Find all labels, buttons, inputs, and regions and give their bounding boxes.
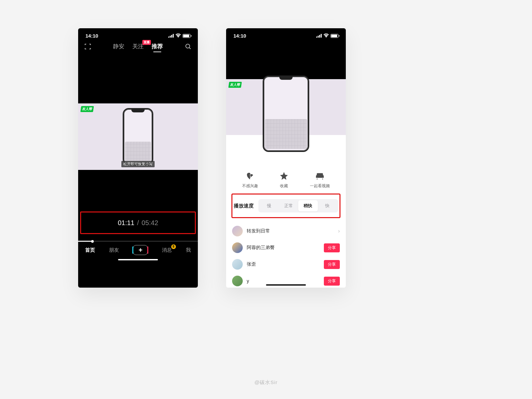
svg-rect-0	[168, 37, 169, 38]
time-separator: /	[137, 219, 139, 227]
watermark: @碳水Sir	[254, 379, 278, 386]
tab-city[interactable]: 静安	[113, 43, 124, 50]
forward-daily-row[interactable]: 转发到日常 ›	[231, 223, 340, 239]
video-frame: 友人帮	[226, 79, 346, 135]
svg-rect-5	[316, 37, 317, 38]
scan-icon[interactable]	[84, 43, 91, 50]
action-sheet: 不感兴趣 收藏 一起看视频 播放速度 慢 正常 稍快 快	[226, 165, 346, 288]
messages-badge: 8	[171, 244, 176, 249]
speed-label: 播放速度	[234, 203, 254, 209]
share-button[interactable]: 分享	[324, 260, 340, 269]
video-thumbnail	[263, 75, 309, 152]
status-bar: 14:10	[226, 28, 346, 41]
share-list: 转发到日常 › 阿蓉的三弟臀 分享 张歪 分享 y 分享	[231, 221, 340, 288]
svg-point-4	[186, 44, 190, 48]
avatar	[232, 276, 243, 286]
live-badge: 直播	[142, 40, 151, 45]
avatar	[232, 226, 243, 236]
share-contact-row: 阿蓉的三弟臀 分享	[231, 239, 340, 256]
wifi-icon	[324, 33, 329, 39]
status-icons	[316, 33, 338, 39]
nav-me[interactable]: 我	[186, 247, 191, 253]
action-dislike[interactable]: 不感兴趣	[242, 171, 258, 189]
speed-slightly-fast[interactable]: 稍快	[298, 200, 318, 211]
speed-segmented: 慢 正常 稍快 快	[258, 199, 338, 212]
sofa-icon	[315, 171, 325, 181]
battery-icon	[331, 34, 338, 38]
playback-time-highlight: 01:11 / 05:42	[80, 211, 196, 234]
action-watch-together[interactable]: 一起看视频	[310, 171, 330, 189]
signal-icon	[168, 33, 174, 39]
star-icon	[279, 171, 289, 181]
action-favorite[interactable]: 收藏	[279, 171, 289, 189]
search-icon[interactable]	[185, 43, 192, 50]
svg-rect-6	[318, 36, 319, 38]
home-indicator[interactable]	[266, 284, 306, 286]
share-contact-row: 张歪 分享	[231, 256, 340, 273]
tab-follow[interactable]: 关注 直播	[132, 43, 144, 50]
clock: 14:10	[85, 33, 98, 39]
battery-icon	[183, 34, 191, 38]
speed-normal[interactable]: 正常	[279, 200, 299, 211]
speed-fast[interactable]: 快	[318, 200, 337, 211]
signal-icon	[316, 33, 322, 39]
home-indicator[interactable]	[118, 259, 158, 260]
wifi-icon	[176, 33, 181, 39]
current-time: 01:11	[118, 219, 134, 227]
svg-rect-7	[319, 35, 320, 38]
speed-slow[interactable]: 慢	[259, 200, 279, 211]
corner-badge: 友人帮	[228, 82, 242, 88]
progress-bar[interactable]	[78, 241, 198, 242]
progress-thumb[interactable]	[91, 240, 94, 243]
nav-home[interactable]: 首页	[85, 247, 95, 253]
status-icons	[168, 33, 191, 39]
clock: 14:10	[233, 33, 246, 39]
bottom-nav: 首页 朋友 + 消息 8 我	[78, 242, 198, 257]
corner-badge: 友人帮	[80, 106, 94, 112]
svg-rect-2	[171, 35, 172, 38]
broken-heart-icon	[245, 171, 255, 181]
chevron-right-icon: ›	[338, 228, 340, 234]
nav-messages[interactable]: 消息 8	[162, 247, 172, 253]
avatar	[232, 259, 243, 270]
video-caption: 松开即可恢复小写	[121, 161, 155, 167]
phone-right: 14:10 友人帮 不感兴趣	[226, 28, 346, 288]
phone-left: 14:10 静安 关注 直播 推荐 友人帮	[78, 28, 198, 288]
video-thumbnail	[123, 108, 153, 165]
speed-highlight: 播放速度 慢 正常 稍快 快	[231, 194, 340, 218]
nav-create-button[interactable]: +	[133, 245, 148, 255]
svg-rect-3	[173, 34, 174, 38]
total-duration: 05:42	[142, 219, 158, 227]
top-nav: 静安 关注 直播 推荐	[78, 41, 198, 54]
svg-rect-1	[170, 36, 171, 38]
svg-rect-8	[321, 34, 322, 38]
avatar	[232, 242, 243, 253]
nav-friends[interactable]: 朋友	[109, 247, 119, 253]
video-area[interactable]: 友人帮 松开即可恢复小写 01:11 / 05:42	[78, 103, 198, 234]
share-button[interactable]: 分享	[324, 277, 340, 286]
quick-actions: 不感兴趣 收藏 一起看视频	[231, 169, 340, 194]
speed-control: 播放速度 慢 正常 稍快 快	[227, 195, 345, 217]
status-bar: 14:10	[78, 28, 198, 41]
top-tabs: 静安 关注 直播 推荐	[95, 43, 181, 50]
share-button[interactable]: 分享	[324, 243, 340, 252]
video-frame: 友人帮 松开即可恢复小写	[78, 103, 198, 170]
tab-recommend[interactable]: 推荐	[152, 43, 163, 50]
